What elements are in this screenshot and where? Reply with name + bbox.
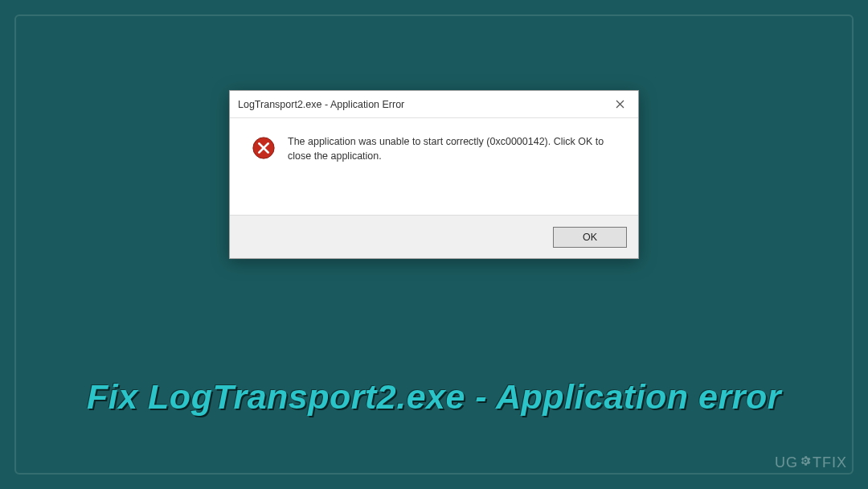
close-button[interactable] xyxy=(601,91,638,118)
error-icon xyxy=(252,136,276,160)
gear-icon xyxy=(799,454,812,471)
error-dialog: LogTransport2.exe - Application Error Th… xyxy=(229,90,639,259)
error-icon-wrap xyxy=(248,134,280,207)
close-icon xyxy=(616,100,624,109)
watermark-suffix: TFIX xyxy=(813,454,847,471)
dialog-titlebar: LogTransport2.exe - Application Error xyxy=(230,91,638,118)
watermark-prefix: UG xyxy=(775,454,798,471)
page-headline: Fix LogTransport2.exe - Application erro… xyxy=(0,377,868,417)
dialog-footer: OK xyxy=(230,215,638,258)
dialog-title: LogTransport2.exe - Application Error xyxy=(238,99,404,110)
message-wrap: The application was unable to start corr… xyxy=(280,134,620,207)
error-message: The application was unable to start corr… xyxy=(288,134,620,163)
watermark-logo: UG TFIX xyxy=(775,454,847,471)
ok-button[interactable]: OK xyxy=(553,227,627,248)
dialog-body: The application was unable to start corr… xyxy=(230,118,638,215)
